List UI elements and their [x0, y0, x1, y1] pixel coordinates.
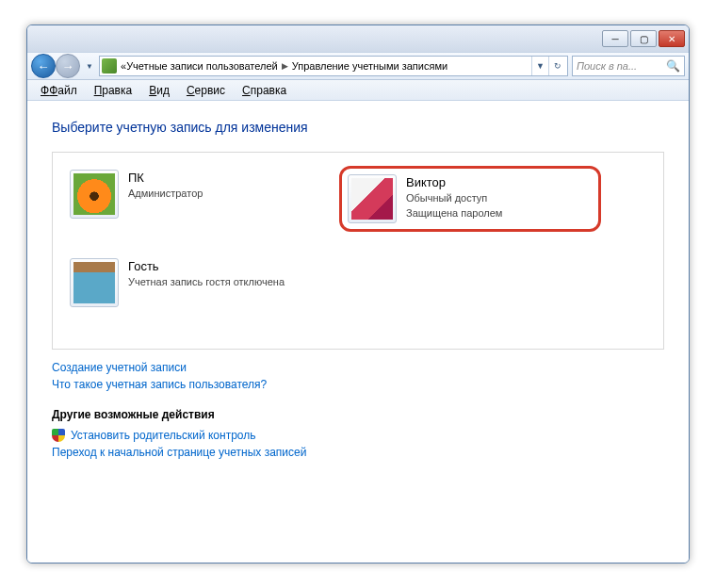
- avatar-frame: [70, 258, 119, 307]
- control-panel-icon: [102, 58, 117, 74]
- search-icon: 🔍: [666, 59, 680, 73]
- account-text: Гость Учетная запись гостя отключена: [128, 258, 285, 290]
- nav-buttons: ← →: [31, 54, 80, 78]
- back-button[interactable]: ←: [31, 54, 56, 78]
- breadcrumb-seg-2[interactable]: Управление учетными записями: [292, 60, 448, 72]
- account-item-guest[interactable]: Гость Учетная запись гостя отключена: [66, 254, 320, 311]
- other-actions-title: Другие возможные действия: [52, 408, 664, 421]
- menu-bar: ФФайлФайл Правка Вид Сервис Справка: [27, 80, 689, 101]
- search-placeholder: Поиск в па...: [577, 60, 637, 72]
- accounts-list: ПК Администратор Виктор Обычный доступ З…: [52, 152, 664, 350]
- titlebar: ─ ▢ ✕: [27, 25, 689, 52]
- account-text: ПК Администратор: [128, 170, 203, 202]
- address-bar[interactable]: « Учетные записи пользователей ▶ Управле…: [99, 56, 568, 76]
- navigation-bar: ← → ▼ « Учетные записи пользователей ▶ У…: [27, 52, 689, 80]
- link-what-is-account[interactable]: Что такое учетная запись пользователя?: [52, 378, 664, 391]
- primary-links: Создание учетной записи Что такое учетна…: [52, 361, 664, 391]
- account-role: Учетная запись гостя отключена: [128, 275, 285, 289]
- link-home-label: Переход к начальной странице учетных зап…: [52, 446, 306, 459]
- account-role: Обычный доступ: [406, 191, 502, 205]
- account-name: ПК: [128, 170, 203, 187]
- page-heading: Выберите учетную запись для изменения: [52, 120, 664, 135]
- address-dropdown[interactable]: ▼: [531, 57, 548, 75]
- chevron-right-icon: ▶: [282, 61, 288, 71]
- menu-tools[interactable]: Сервис: [179, 82, 233, 99]
- account-name: Гость: [128, 258, 285, 275]
- account-name: Виктор: [406, 174, 502, 191]
- account-role: Администратор: [128, 187, 203, 201]
- menu-edit[interactable]: Правка: [87, 82, 140, 99]
- link-accounts-home[interactable]: Переход к начальной странице учетных зап…: [52, 446, 664, 459]
- avatar-frame: [348, 174, 397, 223]
- link-parental-label: Установить родительский контроль: [71, 429, 256, 442]
- content-area: Выберите учетную запись для изменения ПК…: [27, 101, 689, 563]
- link-parental-controls[interactable]: Установить родительский контроль: [52, 429, 664, 442]
- nav-history-dropdown[interactable]: ▼: [84, 54, 95, 78]
- control-panel-window: ─ ▢ ✕ ← → ▼ « Учетные записи пользовател…: [26, 24, 690, 564]
- shield-icon: [52, 429, 65, 442]
- avatar-icon: [73, 262, 115, 303]
- close-button[interactable]: ✕: [659, 30, 685, 47]
- account-status: Защищена паролем: [406, 206, 502, 220]
- breadcrumb-seg-1[interactable]: Учетные записи пользователей: [126, 60, 278, 72]
- menu-view[interactable]: Вид: [141, 82, 177, 99]
- avatar-icon: [351, 178, 393, 220]
- account-item-pk[interactable]: ПК Администратор: [66, 166, 320, 232]
- minimize-button[interactable]: ─: [602, 30, 628, 47]
- avatar-icon: [73, 173, 115, 215]
- maximize-button[interactable]: ▢: [630, 30, 657, 47]
- menu-help[interactable]: Справка: [235, 82, 294, 99]
- account-text: Виктор Обычный доступ Защищена паролем: [406, 174, 502, 220]
- menu-file[interactable]: ФФайлФайл: [33, 82, 85, 99]
- forward-button[interactable]: →: [56, 54, 80, 78]
- refresh-button[interactable]: ↻: [548, 57, 565, 75]
- avatar-frame: [70, 170, 119, 219]
- search-input[interactable]: Поиск в па... 🔍: [572, 56, 685, 76]
- account-item-viktor[interactable]: Виктор Обычный доступ Защищена паролем: [339, 166, 601, 232]
- link-create-account[interactable]: Создание учетной записи: [52, 361, 664, 374]
